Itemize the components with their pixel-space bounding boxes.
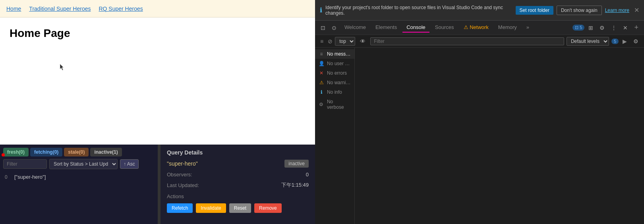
console-sidebar-user[interactable]: 👤 No user … <box>315 59 354 68</box>
rq-remove-button[interactable]: Remove <box>254 203 282 213</box>
rq-asc-button[interactable]: ↑ Asc <box>120 159 139 169</box>
nav-bar: Home Traditional Super Heroes RQ Super H… <box>0 0 315 17</box>
console-sidebar-info[interactable]: ℹ No info <box>315 87 354 97</box>
rq-details-title: Query Details <box>167 149 309 156</box>
vscode-banner-message: Identify your project's root folder to o… <box>325 5 512 16</box>
add-tab-button[interactable]: + <box>632 23 641 33</box>
console-toolbar: ≡ ⊘ top 👁 Default levels 5 ▶ ⚙ <box>315 35 644 48</box>
rq-observers-label: Observers: <box>167 172 192 178</box>
rq-filter-input[interactable] <box>3 159 47 169</box>
nav-rq[interactable]: RQ Super Heroes <box>99 6 143 12</box>
rq-query-key: ["super-hero"] <box>14 174 46 180</box>
rq-details-observers-row: Observers: 0 <box>167 172 309 178</box>
rq-details-updated-row: Last Updated: 下午1:15:49 <box>167 182 309 189</box>
devtools-settings-area: ⊡ 5 ⊞ ⚙ ⋮ ✕ + <box>572 23 641 33</box>
tab-welcome[interactable]: Welcome <box>340 23 370 33</box>
tab-overflow[interactable]: » <box>522 23 533 33</box>
inspect-icon[interactable]: ⊙ <box>329 23 339 33</box>
console-levels-select[interactable]: Default levels <box>567 37 609 46</box>
rq-tab-fetching[interactable]: fetching(0) <box>30 148 62 156</box>
set-root-folder-button[interactable]: Set root folder <box>516 6 553 15</box>
console-sidebar-all[interactable]: ≡ No mess… <box>315 49 354 59</box>
tab-network[interactable]: ⚠ Network <box>460 23 493 33</box>
warnings-label: No warni… <box>327 80 350 85</box>
warnings-icon: ⚠ <box>318 80 325 85</box>
rq-updated-label: Last Updated: <box>167 182 199 188</box>
vscode-info-icon: ℹ <box>320 6 322 14</box>
banner-close-button[interactable]: ✕ <box>634 6 639 14</box>
rq-refetch-button[interactable]: Refetch <box>167 203 193 213</box>
nav-traditional[interactable]: Traditional Super Heroes <box>29 6 91 12</box>
main-content: Home Page <box>0 17 315 145</box>
user-messages-label: No user … <box>327 61 350 66</box>
tab-console[interactable]: Console <box>402 23 429 33</box>
all-messages-icon: ≡ <box>318 51 325 57</box>
rq-reset-button[interactable]: Reset <box>229 203 251 213</box>
cast-icon[interactable]: ⊞ <box>586 23 596 33</box>
rq-tab-inactive[interactable]: inactive(1) <box>90 148 122 156</box>
close-devtools-icon[interactable]: ✕ <box>621 23 630 33</box>
console-context-select[interactable]: top <box>335 37 355 46</box>
console-body: ≡ No mess… 👤 No user … ✕ No errors ⚠ No … <box>315 48 644 224</box>
user-messages-icon: 👤 <box>318 61 325 66</box>
info-icon: ℹ <box>318 89 325 95</box>
console-error-badge: ⊡ 5 <box>572 25 584 31</box>
console-filter-input[interactable] <box>370 37 564 45</box>
rq-actions-label: Actions <box>167 193 309 199</box>
more-options-icon[interactable]: ⋮ <box>609 23 619 33</box>
rq-tab-stale[interactable]: stale(0) <box>64 148 89 156</box>
rq-status-badge: inactive <box>284 160 309 168</box>
errors-label: No errors <box>327 70 347 76</box>
verbose-label: No verbose <box>327 99 351 110</box>
info-label: No info <box>327 89 342 95</box>
console-gear-icon[interactable]: ⚙ <box>631 37 641 46</box>
verbose-icon: ⚙ <box>318 102 325 107</box>
vscode-banner: ℹ Identify your project's root folder to… <box>315 0 644 21</box>
device-toolbar-icon[interactable]: ⊡ <box>318 23 328 33</box>
console-main <box>355 48 644 224</box>
rq-action-buttons: Refetch Invalidate Reset Remove <box>167 203 309 213</box>
web-app: Home Traditional Super Heroes RQ Super H… <box>0 0 315 224</box>
console-clear-button[interactable]: ⊘ <box>328 38 333 44</box>
rq-invalidate-button[interactable]: Invalidate <box>196 203 226 213</box>
rq-tab-fresh[interactable]: fresh(0) <box>3 148 29 156</box>
dont-show-again-button[interactable]: Don't show again <box>557 6 602 15</box>
nav-home[interactable]: Home <box>6 6 21 12</box>
console-expand-icon[interactable]: ▶ <box>621 37 629 46</box>
console-sidebar-verbose[interactable]: ⚙ No verbose <box>315 97 354 112</box>
devtools-panel: ℹ Identify your project's root folder to… <box>315 0 644 224</box>
rq-details-key: "super-hero" <box>167 160 198 167</box>
tab-memory[interactable]: Memory <box>494 23 521 33</box>
settings-icon[interactable]: ⚙ <box>597 23 607 33</box>
console-sidebar: ≡ No mess… 👤 No user … ✕ No errors ⚠ No … <box>315 48 355 224</box>
rq-updated-value: 下午1:15:49 <box>281 182 309 189</box>
rq-observers-value: 0 <box>306 172 309 178</box>
rq-details-key-row: "super-hero" inactive <box>167 160 309 168</box>
rq-sort-select[interactable]: Sort by Status > Last Upd <box>49 159 118 169</box>
tab-elements[interactable]: Elements <box>371 23 401 33</box>
errors-icon: ✕ <box>318 70 325 76</box>
console-eye-icon[interactable]: 👁 <box>358 37 368 46</box>
page-title: Home Page <box>10 27 306 40</box>
console-sidebar-warnings[interactable]: ⚠ No warni… <box>315 78 354 87</box>
devtools-toolbar: ⊡ ⊙ Welcome Elements Console Sources ⚠ N… <box>315 21 644 35</box>
console-sidebar-toggle[interactable]: ≡ <box>318 37 325 45</box>
learn-more-link[interactable]: Learn more <box>605 8 629 13</box>
rq-observer-count: 0 <box>5 174 11 180</box>
console-badge: 5 <box>611 39 619 44</box>
all-messages-label: No mess… <box>327 51 350 57</box>
rq-dot <box>2 153 5 156</box>
console-sidebar-errors[interactable]: ✕ No errors <box>315 68 354 78</box>
rq-devtools: fresh(0) fetching(0) stale(0) inactive(1… <box>0 145 315 224</box>
tab-sources[interactable]: Sources <box>431 23 458 33</box>
cursor <box>60 64 64 71</box>
rq-query-details: Query Details "super-hero" inactive Obse… <box>160 145 315 224</box>
